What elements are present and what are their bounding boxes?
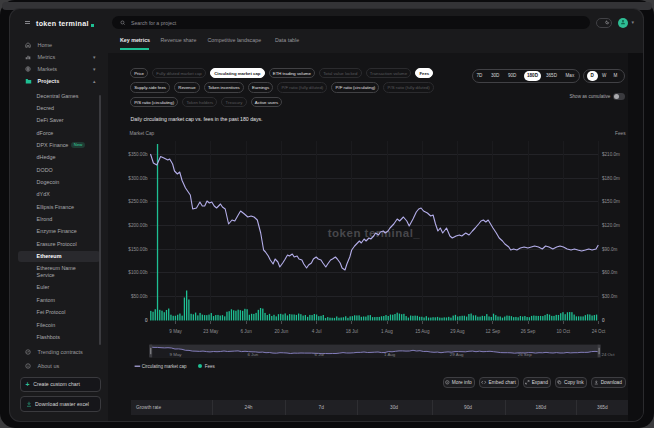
- svg-text:$200.00b: $200.00b: [128, 223, 148, 228]
- svg-text:10 Oct: 10 Oct: [556, 329, 570, 334]
- svg-text:$180.0m: $180.0m: [602, 176, 620, 181]
- svg-text:6 Jul: 6 Jul: [315, 352, 324, 357]
- svg-text:$50.00b: $50.00b: [131, 294, 148, 299]
- svg-text:24 Oct: 24 Oct: [592, 329, 606, 334]
- svg-text:9 May: 9 May: [170, 352, 183, 357]
- svg-text:$210.0m: $210.0m: [602, 152, 620, 157]
- svg-text:token terminal_: token terminal_: [328, 227, 421, 239]
- svg-text:$60.0m: $60.0m: [602, 270, 617, 275]
- svg-text:12 Sep: 12 Sep: [486, 329, 501, 334]
- svg-text:$30.0m: $30.0m: [602, 294, 617, 299]
- svg-text:26 Sep: 26 Sep: [521, 329, 536, 334]
- svg-text:$120.0m: $120.0m: [602, 223, 620, 228]
- svg-text:9 May: 9 May: [169, 329, 182, 334]
- svg-text:$90.0m: $90.0m: [602, 247, 617, 252]
- svg-text:0: 0: [602, 318, 605, 323]
- svg-text:1 Aug: 1 Aug: [381, 329, 393, 334]
- svg-text:$150.0m: $150.0m: [602, 199, 620, 204]
- svg-text:1 Aug: 1 Aug: [384, 352, 396, 357]
- svg-text:26 Sep: 26 Sep: [518, 352, 532, 357]
- svg-text:6 Jun: 6 Jun: [240, 329, 252, 334]
- svg-text:$300.00b: $300.00b: [128, 176, 148, 181]
- svg-text:20 Jun: 20 Jun: [274, 329, 288, 334]
- svg-text:0: 0: [145, 318, 148, 323]
- svg-text:$150.00b: $150.00b: [128, 247, 148, 252]
- svg-text:23 May: 23 May: [203, 329, 219, 334]
- svg-text:29 Aug: 29 Aug: [450, 329, 465, 334]
- svg-text:4 Jul: 4 Jul: [312, 329, 322, 334]
- svg-text:6 Jun: 6 Jun: [247, 352, 258, 357]
- svg-text:$250.00b: $250.00b: [128, 199, 148, 204]
- svg-text:$350.00b: $350.00b: [128, 152, 148, 157]
- svg-text:18 Jul: 18 Jul: [346, 329, 358, 334]
- svg-text:29 Aug: 29 Aug: [450, 352, 464, 357]
- svg-text:24 Oct: 24 Oct: [602, 352, 616, 357]
- svg-text:15 Aug: 15 Aug: [415, 329, 430, 334]
- svg-text:$100.00b: $100.00b: [128, 270, 148, 275]
